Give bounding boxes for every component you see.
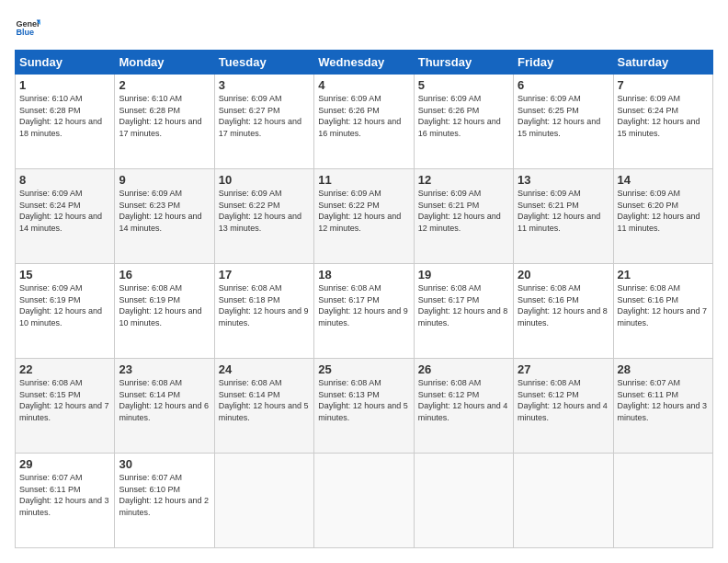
day-info: Sunrise: 6:09 AMSunset: 6:20 PMDaylight:… xyxy=(618,188,709,234)
calendar-week-4: 22Sunrise: 6:08 AMSunset: 6:15 PMDayligh… xyxy=(16,359,713,454)
day-number: 24 xyxy=(219,362,310,376)
day-info: Sunrise: 6:08 AMSunset: 6:14 PMDaylight:… xyxy=(119,377,210,423)
day-number: 14 xyxy=(618,173,709,187)
calendar-cell: 22Sunrise: 6:08 AMSunset: 6:15 PMDayligh… xyxy=(16,359,115,454)
day-number: 28 xyxy=(618,362,709,376)
day-info: Sunrise: 6:09 AMSunset: 6:26 PMDaylight:… xyxy=(418,93,509,139)
day-info: Sunrise: 6:09 AMSunset: 6:26 PMDaylight:… xyxy=(318,93,409,139)
day-number: 30 xyxy=(119,457,210,471)
calendar-cell: 16Sunrise: 6:08 AMSunset: 6:19 PMDayligh… xyxy=(115,264,214,359)
day-number: 23 xyxy=(119,362,210,376)
day-info: Sunrise: 6:09 AMSunset: 6:22 PMDaylight:… xyxy=(318,188,409,234)
calendar-header-thursday: Thursday xyxy=(414,51,513,75)
day-number: 11 xyxy=(318,173,409,187)
day-number: 29 xyxy=(19,457,110,471)
calendar-cell: 19Sunrise: 6:08 AMSunset: 6:17 PMDayligh… xyxy=(414,264,513,359)
calendar-cell: 6Sunrise: 6:09 AMSunset: 6:25 PMDaylight… xyxy=(514,75,613,169)
calendar-week-3: 15Sunrise: 6:09 AMSunset: 6:19 PMDayligh… xyxy=(16,264,713,359)
page: General Blue SundayMondayTuesdayWednesda… xyxy=(0,0,728,563)
day-number: 22 xyxy=(19,362,110,376)
calendar-header-row: SundayMondayTuesdayWednesdayThursdayFrid… xyxy=(16,51,713,75)
day-number: 16 xyxy=(119,268,210,282)
day-info: Sunrise: 6:08 AMSunset: 6:15 PMDaylight:… xyxy=(19,377,110,423)
day-info: Sunrise: 6:10 AMSunset: 6:28 PMDaylight:… xyxy=(119,93,210,139)
day-info: Sunrise: 6:08 AMSunset: 6:14 PMDaylight:… xyxy=(219,377,310,423)
day-info: Sunrise: 6:08 AMSunset: 6:16 PMDaylight:… xyxy=(518,282,609,328)
day-number: 2 xyxy=(119,78,210,92)
calendar-cell xyxy=(613,454,712,548)
calendar-cell: 3Sunrise: 6:09 AMSunset: 6:27 PMDaylight… xyxy=(214,75,313,169)
calendar-cell: 5Sunrise: 6:09 AMSunset: 6:26 PMDaylight… xyxy=(414,75,513,169)
day-number: 5 xyxy=(418,78,509,92)
header: General Blue xyxy=(15,15,713,40)
calendar-cell: 8Sunrise: 6:09 AMSunset: 6:24 PMDaylight… xyxy=(16,169,115,264)
calendar-cell: 2Sunrise: 6:10 AMSunset: 6:28 PMDaylight… xyxy=(115,75,214,169)
calendar-cell: 13Sunrise: 6:09 AMSunset: 6:21 PMDayligh… xyxy=(514,169,613,264)
day-number: 18 xyxy=(318,268,409,282)
day-info: Sunrise: 6:08 AMSunset: 6:12 PMDaylight:… xyxy=(418,377,509,423)
day-info: Sunrise: 6:07 AMSunset: 6:11 PMDaylight:… xyxy=(618,377,709,423)
calendar-cell: 17Sunrise: 6:08 AMSunset: 6:18 PMDayligh… xyxy=(214,264,313,359)
calendar-week-5: 29Sunrise: 6:07 AMSunset: 6:11 PMDayligh… xyxy=(16,454,713,548)
calendar-cell: 10Sunrise: 6:09 AMSunset: 6:22 PMDayligh… xyxy=(214,169,313,264)
calendar-cell: 25Sunrise: 6:08 AMSunset: 6:13 PMDayligh… xyxy=(314,359,414,454)
day-info: Sunrise: 6:08 AMSunset: 6:12 PMDaylight:… xyxy=(518,377,609,423)
day-number: 3 xyxy=(219,78,310,92)
day-info: Sunrise: 6:08 AMSunset: 6:17 PMDaylight:… xyxy=(418,282,509,328)
day-number: 26 xyxy=(418,362,509,376)
calendar-cell: 14Sunrise: 6:09 AMSunset: 6:20 PMDayligh… xyxy=(613,169,712,264)
day-info: Sunrise: 6:10 AMSunset: 6:28 PMDaylight:… xyxy=(19,93,110,139)
day-number: 9 xyxy=(119,173,210,187)
day-number: 13 xyxy=(518,173,609,187)
calendar-header-sunday: Sunday xyxy=(16,51,115,75)
logo-icon: General Blue xyxy=(15,15,40,40)
calendar-cell xyxy=(214,454,313,548)
day-number: 27 xyxy=(518,362,609,376)
day-info: Sunrise: 6:09 AMSunset: 6:22 PMDaylight:… xyxy=(219,188,310,234)
calendar-cell: 24Sunrise: 6:08 AMSunset: 6:14 PMDayligh… xyxy=(214,359,313,454)
day-number: 10 xyxy=(219,173,310,187)
day-info: Sunrise: 6:08 AMSunset: 6:17 PMDaylight:… xyxy=(318,282,409,328)
calendar-cell: 1Sunrise: 6:10 AMSunset: 6:28 PMDaylight… xyxy=(16,75,115,169)
day-number: 17 xyxy=(219,268,310,282)
day-info: Sunrise: 6:09 AMSunset: 6:19 PMDaylight:… xyxy=(19,282,110,328)
calendar-header-tuesday: Tuesday xyxy=(214,51,313,75)
calendar-table: SundayMondayTuesdayWednesdayThursdayFrid… xyxy=(15,50,713,548)
calendar-header-wednesday: Wednesday xyxy=(314,51,414,75)
day-info: Sunrise: 6:09 AMSunset: 6:21 PMDaylight:… xyxy=(418,188,509,234)
day-info: Sunrise: 6:08 AMSunset: 6:16 PMDaylight:… xyxy=(618,282,709,328)
day-info: Sunrise: 6:08 AMSunset: 6:13 PMDaylight:… xyxy=(318,377,409,423)
day-number: 25 xyxy=(318,362,409,376)
calendar-cell: 28Sunrise: 6:07 AMSunset: 6:11 PMDayligh… xyxy=(613,359,712,454)
day-info: Sunrise: 6:09 AMSunset: 6:21 PMDaylight:… xyxy=(518,188,609,234)
calendar-cell: 9Sunrise: 6:09 AMSunset: 6:23 PMDaylight… xyxy=(115,169,214,264)
logo: General Blue xyxy=(15,15,40,40)
calendar-header-saturday: Saturday xyxy=(613,51,712,75)
calendar-header-friday: Friday xyxy=(514,51,613,75)
day-info: Sunrise: 6:08 AMSunset: 6:19 PMDaylight:… xyxy=(119,282,210,328)
calendar-cell xyxy=(514,454,613,548)
calendar-cell: 21Sunrise: 6:08 AMSunset: 6:16 PMDayligh… xyxy=(613,264,712,359)
svg-text:Blue: Blue xyxy=(16,28,34,37)
day-info: Sunrise: 6:09 AMSunset: 6:25 PMDaylight:… xyxy=(518,93,609,139)
day-number: 19 xyxy=(418,268,509,282)
day-number: 21 xyxy=(618,268,709,282)
day-number: 6 xyxy=(518,78,609,92)
day-number: 8 xyxy=(19,173,110,187)
day-info: Sunrise: 6:09 AMSunset: 6:23 PMDaylight:… xyxy=(119,188,210,234)
calendar-cell: 23Sunrise: 6:08 AMSunset: 6:14 PMDayligh… xyxy=(115,359,214,454)
day-number: 20 xyxy=(518,268,609,282)
calendar-cell: 7Sunrise: 6:09 AMSunset: 6:24 PMDaylight… xyxy=(613,75,712,169)
calendar-cell: 26Sunrise: 6:08 AMSunset: 6:12 PMDayligh… xyxy=(414,359,513,454)
day-number: 12 xyxy=(418,173,509,187)
day-info: Sunrise: 6:07 AMSunset: 6:10 PMDaylight:… xyxy=(119,472,210,518)
day-info: Sunrise: 6:09 AMSunset: 6:27 PMDaylight:… xyxy=(219,93,310,139)
day-number: 15 xyxy=(19,268,110,282)
day-info: Sunrise: 6:08 AMSunset: 6:18 PMDaylight:… xyxy=(219,282,310,328)
day-info: Sunrise: 6:09 AMSunset: 6:24 PMDaylight:… xyxy=(618,93,709,139)
day-number: 1 xyxy=(19,78,110,92)
calendar-week-2: 8Sunrise: 6:09 AMSunset: 6:24 PMDaylight… xyxy=(16,169,713,264)
calendar-cell xyxy=(314,454,414,548)
calendar-cell: 11Sunrise: 6:09 AMSunset: 6:22 PMDayligh… xyxy=(314,169,414,264)
calendar-cell: 29Sunrise: 6:07 AMSunset: 6:11 PMDayligh… xyxy=(16,454,115,548)
